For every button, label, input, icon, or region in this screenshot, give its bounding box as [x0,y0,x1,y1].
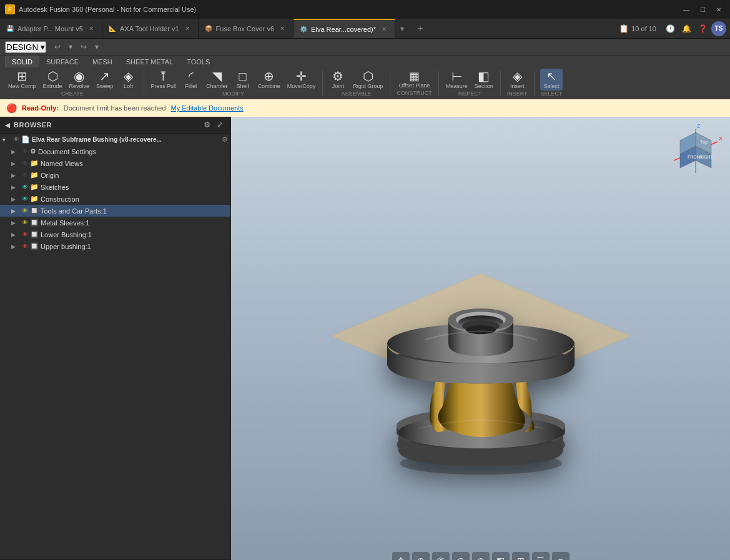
sweep-button[interactable]: ↗ Sweep [93,69,117,91]
close-button[interactable]: ✕ [713,3,725,16]
look-at-button[interactable]: 👁 [432,552,450,560]
browser-collapse-icon[interactable]: ◀ [5,122,10,129]
fillet-button[interactable]: ◜ Fillet [180,69,202,91]
readonly-bar: 🔴 Read-Only: Document limit has been rea… [0,99,730,117]
app-title: Autodesk Fusion 360 (Personal - Not for … [19,6,676,13]
new-tab-button[interactable]: ＋ [409,19,432,38]
tab-axa[interactable]: 📐 AXA Tool Holder v1 ✕ [102,19,199,38]
tools-car-parts-expand[interactable]: ▶ [11,208,20,214]
browser-item-named-views[interactable]: ▶ 👁 📁 Named Views [0,157,230,169]
browser-item-upper-bushing[interactable]: ▶ 👁 🔲 Upper bushing:1 [0,240,230,252]
browser-item-lower-bushing[interactable]: ▶ 👁 🔲 Lower Bushing:1 [0,228,230,240]
minimize-button[interactable]: — [680,3,693,16]
root-collapse-icon[interactable]: ▾ [2,137,11,143]
origin-label: Origin [41,172,59,179]
browser-item-sketches[interactable]: ▶ 👁 📁 Sketches [0,181,230,193]
construction-vis[interactable]: 👁 [22,195,28,202]
browser-item-doc-settings[interactable]: ▶ 👁 ⚙ Document Settings [0,145,230,157]
tab-adapter[interactable]: 💾 Adapter P... Mount v5 ✕ [0,19,102,38]
orbit-button[interactable]: ⊕ [412,552,430,560]
browser-item-metal-sleeves[interactable]: ▶ 👁 🔲 Metal Sleeves:1 [0,217,230,228]
loft-button[interactable]: ◈ Loft [117,69,140,91]
section-analysis-button[interactable]: ◧ Section [471,69,496,91]
construction-expand[interactable]: ▶ [11,196,20,202]
browser-expand-icon[interactable]: ⤢ [214,119,225,130]
tab-close-adapter[interactable]: ✕ [87,24,96,32]
maximize-button[interactable]: ☐ [696,3,709,16]
press-pull-icon: ⤒ [158,70,169,82]
measure-button[interactable]: ⊢ Measure [443,69,471,91]
sketches-icon: 📁 [30,183,39,191]
browser-root-item[interactable]: ▾ 👁 📄 Elva Rear Subframe Bushing (v8-rec… [0,134,230,145]
joint-button[interactable]: ⚙ Joint [327,69,349,91]
help-icon[interactable]: ❓ [695,21,710,36]
redo-button[interactable]: ↪ [77,41,90,53]
tab-mesh[interactable]: MESH [86,56,119,67]
sketches-expand[interactable]: ▶ [11,184,20,190]
tab-close-elva[interactable]: ✕ [380,25,388,33]
viewcube[interactable]: Z X Top FRONT RIGHT [668,123,724,179]
named-views-label: Named Views [41,160,83,167]
pan-button[interactable]: ✥ [392,552,410,560]
grid-button[interactable]: ⊞ [512,552,530,560]
tab-sheet-metal[interactable]: SHEET METAL [119,56,180,67]
rigid-group-button[interactable]: ⬡ Rigid Group [350,69,386,91]
root-settings-icon[interactable]: ⚙ [222,135,228,144]
sketches-vis[interactable]: 👁 [22,184,28,190]
zoom-window-button[interactable]: ⊚ [472,552,490,560]
move-copy-button[interactable]: ✛ Move/Copy [284,69,319,91]
shell-button[interactable]: □ Shell [232,69,254,91]
browser-item-construction[interactable]: ▶ 👁 📁 Construction [0,193,230,205]
insert-button[interactable]: ◈ Insert [506,69,528,91]
tab-tools[interactable]: TOOLS [180,56,217,67]
tab-fuse[interactable]: 📦 Fuse Box Cover v6 ✕ [199,19,294,38]
browser-item-tools-car-parts[interactable]: ▶ 👁 🔲 Tools and Car Parts:1 [0,205,230,217]
viewport[interactable]: Z X Top FRONT RIGHT ✥ ⊕ 👁 ⊙ [231,117,730,560]
select-group-label: SELECT [538,91,565,98]
tab-elva[interactable]: ⚙️ Elva Rear...covered)* ✕ [293,19,395,38]
tab-icon: 📐 [109,25,116,32]
tab-surface[interactable]: SURFACE [39,56,86,67]
undo-dropdown[interactable]: ▾ [64,41,77,53]
lower-bushing-vis[interactable]: 👁 [22,231,28,238]
design-mode-button[interactable]: DESIGN ▾ [5,41,46,53]
upper-bushing-expand[interactable]: ▶ [11,243,20,250]
tools-car-parts-vis[interactable]: 👁 [22,207,28,214]
notifications-icon[interactable]: 🔔 [679,21,694,36]
browser-item-origin[interactable]: ▶ 👁 📁 Origin [0,169,230,181]
metal-sleeves-vis[interactable]: 👁 [22,219,28,226]
origin-icon: 📁 [30,171,39,179]
revolve-button[interactable]: ◉ Revolve [66,69,93,91]
tab-overflow-button[interactable]: ▾ [395,19,409,38]
doc-settings-expand[interactable]: ▶ [11,149,20,155]
editable-docs-link[interactable]: My Editable Documents [171,104,244,112]
modify-group: ⤒ Press Pull ◜ Fillet ◥ Chamfer □ Shell … [148,69,319,98]
upper-bushing-vis[interactable]: 👁 [22,243,28,250]
zoom-fit-button[interactable]: ⊙ [452,552,470,560]
tab-close-fuse[interactable]: ✕ [278,24,287,32]
undo-button[interactable]: ↩ [51,41,64,53]
redo-dropdown[interactable]: ▾ [91,41,103,53]
select-button[interactable]: ↖ Select [540,69,563,91]
section-view-button[interactable]: ◧ [492,552,510,560]
clock-icon[interactable]: 🕐 [663,21,678,36]
origin-expand[interactable]: ▶ [11,172,20,179]
user-avatar[interactable]: TS [711,21,726,36]
metal-sleeves-label: Metal Sleeves:1 [41,219,89,227]
named-views-expand[interactable]: ▶ [11,160,20,167]
tab-solid[interactable]: SOLID [5,56,39,67]
metal-sleeves-expand[interactable]: ▶ [11,220,20,226]
combine-button[interactable]: ⊕ Combine [255,69,284,91]
offset-plane-button[interactable]: ▦ Offset Plane [396,69,433,90]
display-button[interactable]: ☰ [532,552,550,560]
extrude-icon: ⬡ [47,70,58,82]
chamfer-button[interactable]: ◥ Chamfer [203,69,231,91]
browser-settings-icon[interactable]: ⚙ [201,119,213,130]
create-group: ⊞ New Comp ⬡ Extrude ◉ Revolve ↗ Sweep ◈ [5,69,140,98]
extrude-button[interactable]: ⬡ Extrude [40,69,66,91]
lower-bushing-expand[interactable]: ▶ [11,232,20,238]
new-component-button[interactable]: ⊞ New Comp [5,69,39,91]
viewport-settings-button[interactable]: ▾ [552,552,570,560]
tab-close-axa[interactable]: ✕ [183,24,192,32]
press-pull-button[interactable]: ⤒ Press Pull [148,69,180,91]
